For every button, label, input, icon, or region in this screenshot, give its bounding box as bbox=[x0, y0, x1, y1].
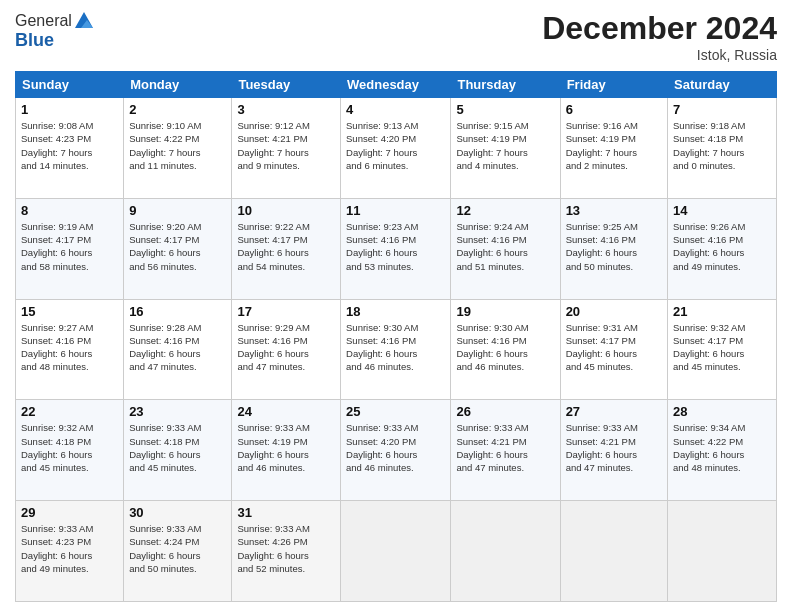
calendar-cell: 23Sunrise: 9:33 AMSunset: 4:18 PMDayligh… bbox=[124, 400, 232, 501]
day-number: 19 bbox=[456, 304, 554, 319]
day-info: Sunrise: 9:33 AMSunset: 4:23 PMDaylight:… bbox=[21, 522, 118, 575]
calendar-cell: 29Sunrise: 9:33 AMSunset: 4:23 PMDayligh… bbox=[16, 501, 124, 602]
day-number: 30 bbox=[129, 505, 226, 520]
calendar-cell: 28Sunrise: 9:34 AMSunset: 4:22 PMDayligh… bbox=[668, 400, 777, 501]
day-number: 21 bbox=[673, 304, 771, 319]
day-number: 1 bbox=[21, 102, 118, 117]
day-info: Sunrise: 9:27 AMSunset: 4:16 PMDaylight:… bbox=[21, 321, 118, 374]
week-row-3: 15Sunrise: 9:27 AMSunset: 4:16 PMDayligh… bbox=[16, 299, 777, 400]
day-info: Sunrise: 9:18 AMSunset: 4:18 PMDaylight:… bbox=[673, 119, 771, 172]
header-row: Sunday Monday Tuesday Wednesday Thursday… bbox=[16, 72, 777, 98]
page: General Blue December 2024 Istok, Russia… bbox=[0, 0, 792, 612]
calendar-cell: 4Sunrise: 9:13 AMSunset: 4:20 PMDaylight… bbox=[341, 98, 451, 199]
logo-icon bbox=[73, 10, 95, 32]
calendar-cell: 7Sunrise: 9:18 AMSunset: 4:18 PMDaylight… bbox=[668, 98, 777, 199]
calendar-cell: 17Sunrise: 9:29 AMSunset: 4:16 PMDayligh… bbox=[232, 299, 341, 400]
day-info: Sunrise: 9:24 AMSunset: 4:16 PMDaylight:… bbox=[456, 220, 554, 273]
logo-blue-text: Blue bbox=[15, 30, 95, 51]
day-info: Sunrise: 9:33 AMSunset: 4:24 PMDaylight:… bbox=[129, 522, 226, 575]
day-info: Sunrise: 9:30 AMSunset: 4:16 PMDaylight:… bbox=[346, 321, 445, 374]
day-info: Sunrise: 9:33 AMSunset: 4:21 PMDaylight:… bbox=[566, 421, 662, 474]
calendar-cell: 3Sunrise: 9:12 AMSunset: 4:21 PMDaylight… bbox=[232, 98, 341, 199]
day-info: Sunrise: 9:31 AMSunset: 4:17 PMDaylight:… bbox=[566, 321, 662, 374]
day-info: Sunrise: 9:34 AMSunset: 4:22 PMDaylight:… bbox=[673, 421, 771, 474]
day-info: Sunrise: 9:33 AMSunset: 4:21 PMDaylight:… bbox=[456, 421, 554, 474]
calendar-cell bbox=[451, 501, 560, 602]
day-number: 14 bbox=[673, 203, 771, 218]
day-info: Sunrise: 9:12 AMSunset: 4:21 PMDaylight:… bbox=[237, 119, 335, 172]
month-year: December 2024 bbox=[542, 10, 777, 47]
calendar-cell: 22Sunrise: 9:32 AMSunset: 4:18 PMDayligh… bbox=[16, 400, 124, 501]
week-row-1: 1Sunrise: 9:08 AMSunset: 4:23 PMDaylight… bbox=[16, 98, 777, 199]
day-info: Sunrise: 9:22 AMSunset: 4:17 PMDaylight:… bbox=[237, 220, 335, 273]
day-number: 17 bbox=[237, 304, 335, 319]
day-info: Sunrise: 9:28 AMSunset: 4:16 PMDaylight:… bbox=[129, 321, 226, 374]
day-info: Sunrise: 9:20 AMSunset: 4:17 PMDaylight:… bbox=[129, 220, 226, 273]
day-number: 22 bbox=[21, 404, 118, 419]
day-number: 25 bbox=[346, 404, 445, 419]
calendar-cell bbox=[560, 501, 667, 602]
day-info: Sunrise: 9:26 AMSunset: 4:16 PMDaylight:… bbox=[673, 220, 771, 273]
week-row-2: 8Sunrise: 9:19 AMSunset: 4:17 PMDaylight… bbox=[16, 198, 777, 299]
calendar-cell: 2Sunrise: 9:10 AMSunset: 4:22 PMDaylight… bbox=[124, 98, 232, 199]
day-number: 24 bbox=[237, 404, 335, 419]
calendar-cell bbox=[668, 501, 777, 602]
calendar-cell: 15Sunrise: 9:27 AMSunset: 4:16 PMDayligh… bbox=[16, 299, 124, 400]
week-row-4: 22Sunrise: 9:32 AMSunset: 4:18 PMDayligh… bbox=[16, 400, 777, 501]
calendar-table: Sunday Monday Tuesday Wednesday Thursday… bbox=[15, 71, 777, 602]
day-number: 8 bbox=[21, 203, 118, 218]
logo: General Blue bbox=[15, 10, 95, 51]
calendar-cell: 12Sunrise: 9:24 AMSunset: 4:16 PMDayligh… bbox=[451, 198, 560, 299]
day-info: Sunrise: 9:32 AMSunset: 4:17 PMDaylight:… bbox=[673, 321, 771, 374]
day-number: 23 bbox=[129, 404, 226, 419]
day-number: 4 bbox=[346, 102, 445, 117]
day-info: Sunrise: 9:33 AMSunset: 4:20 PMDaylight:… bbox=[346, 421, 445, 474]
day-number: 28 bbox=[673, 404, 771, 419]
calendar-cell: 20Sunrise: 9:31 AMSunset: 4:17 PMDayligh… bbox=[560, 299, 667, 400]
day-number: 3 bbox=[237, 102, 335, 117]
day-number: 10 bbox=[237, 203, 335, 218]
col-saturday: Saturday bbox=[668, 72, 777, 98]
day-info: Sunrise: 9:23 AMSunset: 4:16 PMDaylight:… bbox=[346, 220, 445, 273]
day-number: 9 bbox=[129, 203, 226, 218]
day-number: 18 bbox=[346, 304, 445, 319]
day-number: 12 bbox=[456, 203, 554, 218]
day-info: Sunrise: 9:10 AMSunset: 4:22 PMDaylight:… bbox=[129, 119, 226, 172]
day-number: 6 bbox=[566, 102, 662, 117]
calendar-cell: 10Sunrise: 9:22 AMSunset: 4:17 PMDayligh… bbox=[232, 198, 341, 299]
day-number: 11 bbox=[346, 203, 445, 218]
day-info: Sunrise: 9:33 AMSunset: 4:26 PMDaylight:… bbox=[237, 522, 335, 575]
calendar-cell: 19Sunrise: 9:30 AMSunset: 4:16 PMDayligh… bbox=[451, 299, 560, 400]
day-number: 5 bbox=[456, 102, 554, 117]
calendar-cell: 5Sunrise: 9:15 AMSunset: 4:19 PMDaylight… bbox=[451, 98, 560, 199]
day-info: Sunrise: 9:30 AMSunset: 4:16 PMDaylight:… bbox=[456, 321, 554, 374]
calendar-cell: 18Sunrise: 9:30 AMSunset: 4:16 PMDayligh… bbox=[341, 299, 451, 400]
calendar-cell: 13Sunrise: 9:25 AMSunset: 4:16 PMDayligh… bbox=[560, 198, 667, 299]
col-monday: Monday bbox=[124, 72, 232, 98]
day-info: Sunrise: 9:15 AMSunset: 4:19 PMDaylight:… bbox=[456, 119, 554, 172]
calendar-cell: 27Sunrise: 9:33 AMSunset: 4:21 PMDayligh… bbox=[560, 400, 667, 501]
location: Istok, Russia bbox=[542, 47, 777, 63]
day-number: 16 bbox=[129, 304, 226, 319]
calendar-cell bbox=[341, 501, 451, 602]
calendar-cell: 11Sunrise: 9:23 AMSunset: 4:16 PMDayligh… bbox=[341, 198, 451, 299]
day-info: Sunrise: 9:29 AMSunset: 4:16 PMDaylight:… bbox=[237, 321, 335, 374]
calendar-cell: 8Sunrise: 9:19 AMSunset: 4:17 PMDaylight… bbox=[16, 198, 124, 299]
day-number: 29 bbox=[21, 505, 118, 520]
calendar-cell: 1Sunrise: 9:08 AMSunset: 4:23 PMDaylight… bbox=[16, 98, 124, 199]
calendar-cell: 30Sunrise: 9:33 AMSunset: 4:24 PMDayligh… bbox=[124, 501, 232, 602]
day-number: 7 bbox=[673, 102, 771, 117]
day-number: 2 bbox=[129, 102, 226, 117]
header: General Blue December 2024 Istok, Russia bbox=[15, 10, 777, 63]
calendar-cell: 16Sunrise: 9:28 AMSunset: 4:16 PMDayligh… bbox=[124, 299, 232, 400]
calendar-cell: 9Sunrise: 9:20 AMSunset: 4:17 PMDaylight… bbox=[124, 198, 232, 299]
day-info: Sunrise: 9:16 AMSunset: 4:19 PMDaylight:… bbox=[566, 119, 662, 172]
col-wednesday: Wednesday bbox=[341, 72, 451, 98]
day-number: 31 bbox=[237, 505, 335, 520]
calendar-cell: 31Sunrise: 9:33 AMSunset: 4:26 PMDayligh… bbox=[232, 501, 341, 602]
logo-general-text: General bbox=[15, 12, 72, 30]
day-number: 13 bbox=[566, 203, 662, 218]
day-number: 15 bbox=[21, 304, 118, 319]
calendar-cell: 24Sunrise: 9:33 AMSunset: 4:19 PMDayligh… bbox=[232, 400, 341, 501]
col-friday: Friday bbox=[560, 72, 667, 98]
